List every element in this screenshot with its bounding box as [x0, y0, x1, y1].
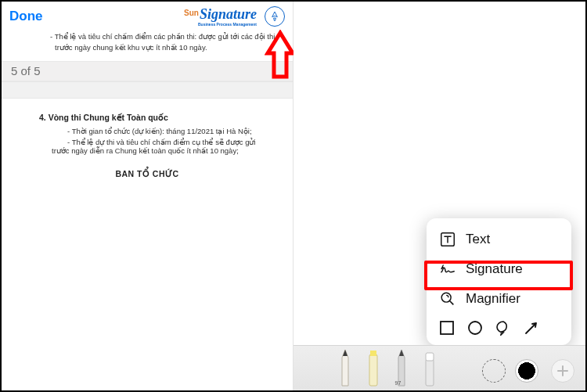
- doc-text: - Thời gian tổ chức (dự kiến): tháng 11/…: [23, 127, 271, 135]
- brand-prefix: Sun: [184, 9, 199, 17]
- marker-tool[interactable]: [365, 350, 382, 387]
- popover-label: Text: [466, 232, 490, 247]
- svg-point-1: [441, 293, 451, 302]
- signature-icon: [439, 261, 456, 278]
- shape-arrow-button[interactable]: [524, 320, 539, 336]
- svg-rect-2: [441, 322, 453, 334]
- pencil-label: 97: [395, 380, 402, 386]
- add-popover: Text Signature Magnifier: [427, 218, 571, 345]
- page-counter: 5 of 5: [2, 61, 293, 81]
- brand-tagline: Business Process Management: [184, 23, 257, 27]
- page-fragment-top: - Thể lệ và tiêu chí chấm điểm các phần …: [2, 31, 293, 56]
- app-frame: Done SunSignature Business Process Manag…: [0, 0, 587, 392]
- add-button[interactable]: [551, 359, 574, 383]
- done-button[interactable]: Done: [9, 9, 43, 24]
- svg-rect-7: [426, 353, 434, 361]
- lasso-tool[interactable]: [482, 359, 506, 383]
- doc-text: - Thể lệ dự thi và tiêu chí chấm điểm cụ…: [23, 138, 271, 155]
- signature-brand-logo[interactable]: SunSignature Business Process Management: [184, 6, 257, 27]
- markup-pen-icon: [268, 10, 281, 23]
- pen-tool[interactable]: [337, 350, 354, 387]
- popover-item-text[interactable]: Text: [427, 225, 571, 254]
- markup-panel: Text Signature Magnifier: [294, 2, 585, 390]
- popover-item-magnifier[interactable]: Magnifier: [427, 284, 571, 314]
- document-preview-panel: Done SunSignature Business Process Manag…: [2, 2, 294, 390]
- color-well[interactable]: [515, 359, 538, 383]
- page-5-content: 4. Vòng thi Chung kết Toàn quốc - Thời g…: [2, 99, 293, 186]
- shape-square-button[interactable]: [439, 320, 455, 336]
- shape-circle-button[interactable]: [467, 320, 483, 336]
- section-heading: 4. Vòng thi Chung kết Toàn quốc: [23, 113, 271, 122]
- pencil-tool[interactable]: 97: [393, 350, 410, 387]
- plus-icon: [556, 364, 570, 378]
- text-icon: [439, 231, 456, 248]
- popover-label: Signature: [466, 261, 523, 277]
- popover-shapes-row: [427, 314, 571, 339]
- preview-toolbar: Done SunSignature Business Process Manag…: [2, 2, 293, 31]
- doc-signer: BAN TỔ CHỨC: [23, 169, 271, 178]
- shape-speech-button[interactable]: [495, 320, 511, 336]
- doc-text: - Thể lệ và tiêu chí chấm điểm các phần …: [16, 31, 279, 53]
- popover-label: Magnifier: [466, 291, 520, 307]
- popover-item-signature[interactable]: Signature: [427, 254, 571, 284]
- svg-point-3: [469, 322, 481, 334]
- svg-rect-4: [369, 354, 377, 386]
- svg-rect-5: [370, 351, 376, 356]
- svg-rect-6: [426, 359, 434, 386]
- brand-main: Signature: [200, 6, 257, 22]
- magnifier-icon: [439, 290, 456, 307]
- toolbar-right-group: SunSignature Business Process Management: [184, 6, 285, 27]
- markup-tool-toolbar: 97: [294, 345, 585, 390]
- page-gap: [2, 81, 293, 99]
- eraser-tool[interactable]: [421, 350, 438, 387]
- markup-button[interactable]: [265, 6, 285, 27]
